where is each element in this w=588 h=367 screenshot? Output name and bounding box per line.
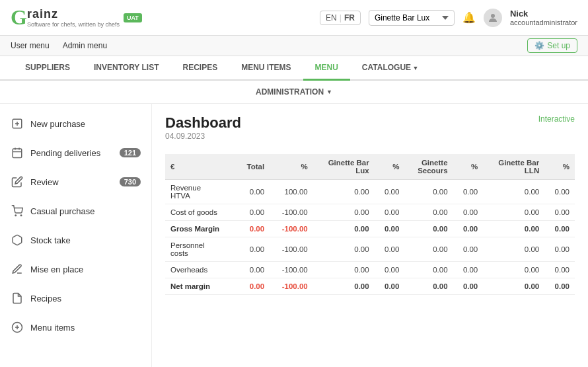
svg-rect-4 <box>13 149 22 158</box>
cell-pct1: -100.00 <box>270 204 313 221</box>
cell-ginette-bar-lux: 0.00 <box>313 204 375 221</box>
pending-deliveries-icon <box>11 146 24 159</box>
dashboard-date: 04.09.2023 <box>165 132 241 141</box>
table-row: Overheads 0.00 -100.00 0.00 0.00 0.00 0.… <box>165 262 575 278</box>
cell-ginette-secours: 0.00 <box>404 180 453 204</box>
cell-total: 0.00 <box>236 262 270 278</box>
svg-point-0 <box>491 14 495 18</box>
stock-take-icon <box>11 233 24 247</box>
cell-ginette-secours: 0.00 <box>404 204 453 221</box>
cell-pct2: 0.00 <box>375 237 405 262</box>
dashboard-table: € Total % Ginette BarLux % GinetteSecour… <box>165 154 575 295</box>
menu-recipes[interactable]: RECIPES <box>170 56 229 81</box>
setup-button[interactable]: ⚙️ Set up <box>527 38 577 53</box>
table-row-net-margin: Net margin 0.00 -100.00 0.00 0.00 0.00 0… <box>165 278 575 295</box>
table-row: Cost of goods 0.00 -100.00 0.00 0.00 0.0… <box>165 204 575 221</box>
cell-pct4: 0.00 <box>544 237 575 262</box>
menu-catalogue[interactable]: CATALOGUE <box>350 56 431 81</box>
lang-fr[interactable]: FR <box>344 13 355 22</box>
row-label: RevenueHTVA <box>165 180 236 204</box>
cell-ginette-bar-lln-net: 0.00 <box>483 278 544 295</box>
sidebar-item-pending-deliveries[interactable]: Pending deliveries 121 <box>0 138 151 167</box>
sidebar-item-recipes[interactable]: Recipes <box>0 284 151 313</box>
cell-pct3: 0.00 <box>453 180 484 204</box>
col-header-pct1: % <box>270 154 313 180</box>
admin-menu-bar: ADMINISTRATION <box>0 81 588 104</box>
avatar <box>484 9 502 27</box>
cell-ginette-bar-lln: 0.00 <box>483 262 544 278</box>
cell-ginette-secours-gross: 0.00 <box>404 221 453 237</box>
menu-items-label: Menu items <box>30 323 141 333</box>
top-menu: SUPPLIERS INVENTORY LIST RECIPES MENU IT… <box>0 56 588 81</box>
svg-point-9 <box>20 215 22 216</box>
menu-menu[interactable]: MENU <box>303 56 350 81</box>
cell-ginette-bar-lln: 0.00 <box>483 204 544 221</box>
cell-pct4-gross: 0.00 <box>544 221 575 237</box>
cell-pct4: 0.00 <box>544 180 575 204</box>
notification-bell-icon[interactable]: 🔔 <box>462 11 476 24</box>
cell-pct1: -100.00 <box>270 262 313 278</box>
lang-en[interactable]: EN <box>326 13 337 22</box>
administration-menu-item[interactable]: ADMINISTRATION <box>248 85 340 99</box>
col-header-ginette-bar-lux: Ginette BarLux <box>313 154 375 180</box>
venue-selector[interactable]: Ginette Bar Lux <box>369 10 455 26</box>
menu-menu-items[interactable]: MENU ITEMS <box>229 56 303 81</box>
cell-pct2-gross: 0.00 <box>375 221 405 237</box>
user-menu-link[interactable]: User menu <box>11 38 50 53</box>
mise-en-place-icon <box>11 263 24 276</box>
cell-pct2-net: 0.00 <box>375 278 405 295</box>
cell-pct-net: -100.00 <box>270 278 313 295</box>
content-area: Dashboard 04.09.2023 Interactive € Total… <box>152 104 588 367</box>
admin-menu-link[interactable]: Admin menu <box>63 38 107 53</box>
cell-total: 0.00 <box>236 237 270 262</box>
logo-subtitle: Software for chefs, written by chefs <box>27 21 120 28</box>
sidebar-item-casual-purchase[interactable]: Casual purchase <box>0 196 151 225</box>
casual-purchase-icon <box>11 204 24 218</box>
menu-inventory-list[interactable]: INVENTORY LIST <box>82 56 170 81</box>
gear-icon: ⚙️ <box>534 41 544 50</box>
sidebar-item-stock-take[interactable]: Stock take <box>0 225 151 255</box>
menu-suppliers[interactable]: SUPPLIERS <box>13 56 82 81</box>
logo: G rainz Software for chefs, written by c… <box>11 5 142 30</box>
stock-take-label: Stock take <box>30 235 141 245</box>
mise-en-place-label: Mise en place <box>30 265 141 274</box>
interactive-button[interactable]: Interactive <box>538 114 575 124</box>
col-header-pct3: % <box>453 154 484 180</box>
cell-pct3: 0.00 <box>453 262 484 278</box>
cell-ginette-bar-lln: 0.00 <box>483 180 544 204</box>
recipes-icon <box>11 292 24 305</box>
cell-pct4: 0.00 <box>544 262 575 278</box>
col-header-ginette-bar-lln: Ginette BarLLN <box>483 154 544 180</box>
logo-letter: G <box>11 5 27 30</box>
table-row: Personnelcosts 0.00 -100.00 0.00 0.00 0.… <box>165 237 575 262</box>
row-label: Overheads <box>165 262 236 278</box>
lang-separator: | <box>340 13 342 22</box>
cell-pct3-net: 0.00 <box>453 278 484 295</box>
cell-ginette-bar-lux: 0.00 <box>313 262 375 278</box>
cell-ginette-bar-lln-gross: 0.00 <box>483 221 544 237</box>
pending-deliveries-badge: 121 <box>120 148 141 157</box>
cell-pct2: 0.00 <box>375 204 405 221</box>
cell-ginette-secours: 0.00 <box>404 262 453 278</box>
col-header-ginette-secours: GinetteSecours <box>404 154 453 180</box>
cell-pct1: -100.00 <box>270 237 313 262</box>
cell-ginette-bar-lux-net: 0.00 <box>313 278 375 295</box>
col-header-total: Total <box>236 154 270 180</box>
sidebar-item-mise-en-place[interactable]: Mise en place <box>0 255 151 284</box>
nav-bar: User menu Admin menu ⚙️ Set up <box>0 36 588 56</box>
review-badge: 730 <box>120 177 141 186</box>
dashboard-title: Dashboard <box>165 114 241 132</box>
user-name: Nick <box>510 9 577 19</box>
cell-ginette-bar-lux: 0.00 <box>313 180 375 204</box>
language-switcher[interactable]: EN | FR <box>320 11 361 25</box>
cell-total-gross: 0.00 <box>236 221 270 237</box>
sidebar-item-new-purchase[interactable]: New purchase <box>0 109 151 138</box>
cell-ginette-secours: 0.00 <box>404 237 453 262</box>
sidebar-item-menu-items[interactable]: Menu items <box>0 313 151 342</box>
cell-pct3: 0.00 <box>453 237 484 262</box>
main-layout: New purchase Pending deliveries 121 Revi… <box>0 104 588 367</box>
logo-name: rainz <box>27 7 120 21</box>
sidebar: New purchase Pending deliveries 121 Revi… <box>0 104 152 367</box>
sidebar-item-review[interactable]: Review 730 <box>0 167 151 196</box>
col-header-pct2: % <box>375 154 405 180</box>
